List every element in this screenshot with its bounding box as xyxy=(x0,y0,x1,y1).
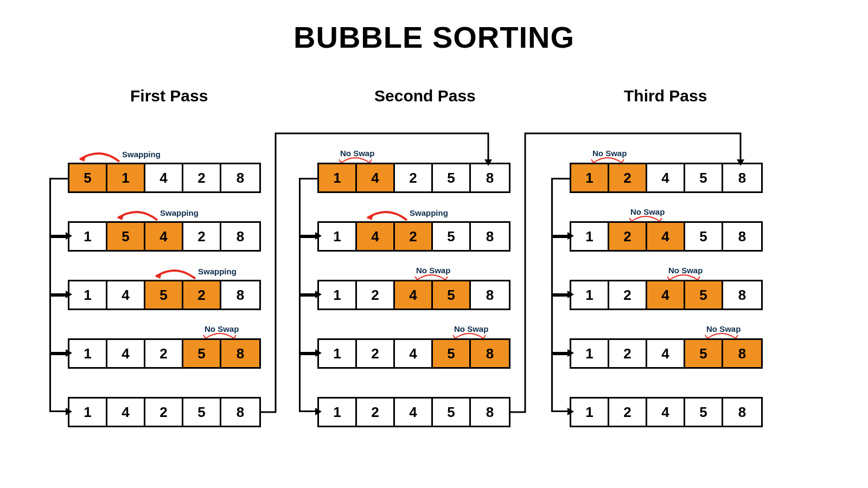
no-swap-label: No Swap xyxy=(340,149,374,158)
pass-title: Third Pass xyxy=(624,87,707,105)
array-cell: 1 xyxy=(107,164,145,191)
array-row: 14258 xyxy=(317,163,510,193)
step-connector-icon xyxy=(49,354,68,412)
array-row: 12458 xyxy=(317,280,510,310)
array-cell: 2 xyxy=(357,340,395,367)
swap-label: Swapping xyxy=(410,208,448,217)
no-swap-label: No Swap xyxy=(668,266,703,275)
no-swap-label: No Swap xyxy=(454,324,488,333)
swap-arrow-icon xyxy=(361,209,410,222)
array-cell: 5 xyxy=(685,340,723,367)
array-cell: 8 xyxy=(471,340,509,367)
array-cell: 4 xyxy=(107,281,145,309)
step-connector-icon xyxy=(299,354,317,412)
array-cell: 5 xyxy=(433,340,471,367)
array-cell: 8 xyxy=(723,399,761,426)
swap-label: Swapping xyxy=(198,267,237,276)
array-cell: 2 xyxy=(609,340,647,367)
swap-label: Swapping xyxy=(160,208,199,217)
array-cell: 2 xyxy=(357,399,395,426)
array-cell: 4 xyxy=(145,223,183,250)
array-cell: 1 xyxy=(571,340,609,367)
array-cell: 1 xyxy=(69,281,107,309)
no-swap-label: No Swap xyxy=(205,324,239,333)
array-cell: 2 xyxy=(609,281,647,309)
array-cell: 2 xyxy=(183,281,221,309)
array-step: 12458No Swap xyxy=(296,264,551,322)
swap-arrow-icon xyxy=(111,209,160,222)
array-cell: 8 xyxy=(471,399,509,426)
array-cell: 4 xyxy=(647,223,685,250)
array-row: 15428 xyxy=(68,221,261,252)
array-cell: 1 xyxy=(319,340,357,367)
array-cell: 2 xyxy=(145,340,183,367)
page-title: BUBBLE SORTING xyxy=(0,20,868,55)
array-row: 51428 xyxy=(68,163,261,193)
array-cell: 4 xyxy=(647,340,685,367)
array-cell: 4 xyxy=(107,340,145,367)
array-row: 12458 xyxy=(570,221,763,252)
array-step: 12458No Swap xyxy=(296,322,551,381)
array-cell: 5 xyxy=(433,223,471,250)
array-cell: 1 xyxy=(319,164,357,191)
array-cell: 1 xyxy=(319,399,357,426)
array-cell: 8 xyxy=(221,164,259,191)
no-swap-label: No Swap xyxy=(630,207,665,216)
array-step: 14258No Swap xyxy=(46,322,301,381)
step-connector-icon xyxy=(299,178,317,236)
swap-arrow-icon xyxy=(149,268,198,281)
array-cell: 2 xyxy=(183,164,221,191)
swap-label: Swapping xyxy=(122,150,161,159)
array-cell: 5 xyxy=(433,164,471,191)
array-cell: 5 xyxy=(145,281,183,309)
array-cell: 4 xyxy=(395,281,433,309)
array-step: 14258 xyxy=(46,381,301,439)
array-step: 12458No Swap xyxy=(548,264,803,322)
step-connector-icon xyxy=(49,236,68,295)
array-cell: 5 xyxy=(107,223,145,250)
array-step: 12458No Swap xyxy=(548,146,803,205)
array-row: 12458 xyxy=(570,280,763,310)
array-step: 14258No Swap xyxy=(296,146,551,205)
no-swap-label: No Swap xyxy=(592,149,627,158)
array-row: 12458 xyxy=(570,397,763,427)
array-step: 12458 xyxy=(548,381,803,439)
pass-column: 14258No Swap14258Swapping12458No Swap124… xyxy=(296,146,551,439)
array-cell: 8 xyxy=(471,223,509,250)
array-row: 14528 xyxy=(68,280,261,310)
array-cell: 4 xyxy=(145,164,183,191)
array-cell: 2 xyxy=(609,223,647,250)
array-cell: 4 xyxy=(107,399,145,426)
array-cell: 2 xyxy=(145,399,183,426)
array-cell: 5 xyxy=(183,399,221,426)
array-cell: 5 xyxy=(433,399,471,426)
pass-column: 12458No Swap12458No Swap12458No Swap1245… xyxy=(548,146,803,439)
array-cell: 1 xyxy=(571,281,609,309)
array-cell: 5 xyxy=(685,399,723,426)
array-step: 51428Swapping xyxy=(46,146,301,205)
step-connector-icon xyxy=(551,295,570,354)
array-cell: 4 xyxy=(395,340,433,367)
array-cell: 5 xyxy=(433,281,471,309)
array-cell: 5 xyxy=(685,223,723,250)
array-cell: 8 xyxy=(723,164,761,191)
array-cell: 2 xyxy=(395,223,433,250)
array-cell: 1 xyxy=(571,164,609,191)
swap-arrow-icon xyxy=(73,151,122,164)
array-step: 15428Swapping xyxy=(46,205,301,264)
array-cell: 2 xyxy=(395,164,433,191)
step-connector-icon xyxy=(299,236,317,295)
step-connector-icon xyxy=(551,236,570,295)
array-cell: 8 xyxy=(471,281,509,309)
array-cell: 8 xyxy=(723,223,761,250)
array-row: 12458 xyxy=(570,163,763,193)
step-connector-icon xyxy=(49,178,68,236)
array-cell: 1 xyxy=(69,340,107,367)
array-row: 14258 xyxy=(68,397,261,427)
step-connector-icon xyxy=(49,295,68,354)
array-cell: 4 xyxy=(647,164,685,191)
array-row: 14258 xyxy=(317,221,510,252)
array-cell: 5 xyxy=(183,340,221,367)
array-step: 12458No Swap xyxy=(548,322,803,381)
array-step: 12458No Swap xyxy=(548,205,803,264)
